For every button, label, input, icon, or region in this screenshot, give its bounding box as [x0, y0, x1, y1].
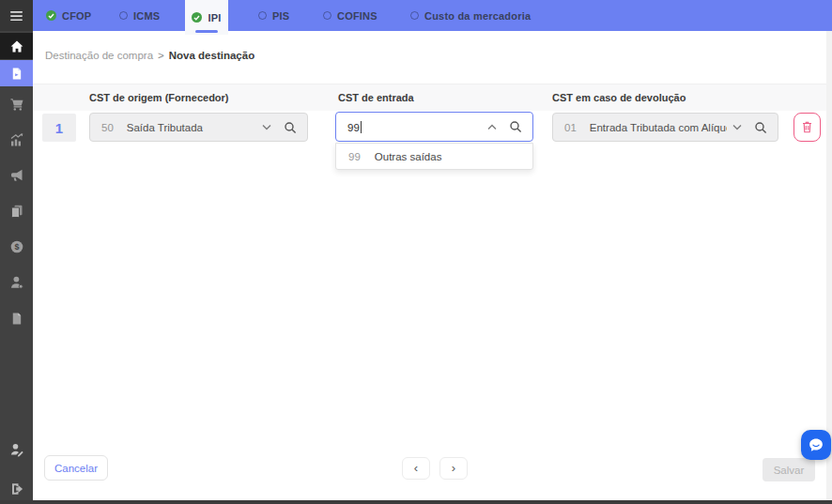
tab-cofins[interactable]: COFINS	[323, 0, 377, 31]
dropdown-option-99[interactable]: 99 Outras saídas	[336, 144, 532, 169]
active-tab-underline	[195, 30, 218, 33]
trash-icon	[801, 120, 813, 134]
cst-entrada-input[interactable]: 99	[335, 112, 533, 142]
text-caret	[361, 121, 362, 133]
save-button-disabled[interactable]: Salvar	[763, 458, 815, 481]
cst-devolucao-label: Entrada Tributada com Alíquota Ze	[590, 122, 727, 133]
chevron-down-icon	[732, 124, 742, 130]
sidebar-item-purchases[interactable]	[0, 91, 33, 117]
app-window: $	[0, 0, 832, 504]
tab-pis[interactable]: PIS	[258, 0, 289, 31]
chat-bubble-icon	[806, 435, 826, 455]
menu-icon	[8, 9, 24, 23]
radio-circle-icon	[410, 11, 419, 20]
column-label-cst-entrada: CST de entrada	[338, 92, 414, 103]
breadcrumb-current: Nova destinação	[169, 50, 254, 61]
svg-text:$: $	[14, 242, 19, 252]
cst-devolucao-code: 01	[564, 122, 577, 133]
search-icon[interactable]	[284, 121, 297, 134]
check-circle-icon	[46, 10, 56, 21]
breadcrumb-parent[interactable]: Destinação de compra	[45, 50, 153, 61]
user-icon	[9, 275, 24, 290]
cst-origem-label: Saída Tributada	[127, 122, 256, 133]
row-index-badge: 1	[42, 114, 76, 142]
cst-entrada-dropdown: 99 Outras saídas	[335, 143, 533, 170]
next-page-button[interactable]: ›	[439, 457, 468, 480]
sidebar: $	[0, 0, 33, 504]
sidebar-item-library[interactable]	[0, 198, 33, 224]
tab-label: Custo da mercadoria	[424, 10, 531, 22]
chat-launcher-button[interactable]	[801, 430, 831, 460]
tab-label: COFINS	[337, 10, 377, 22]
tab-cfop[interactable]: CFOP	[46, 0, 91, 31]
breadcrumb-separator: >	[158, 50, 164, 61]
tab-custo-da-mercadoria[interactable]: Custo da mercadoria	[410, 0, 531, 31]
sidebar-item-logout[interactable]	[0, 476, 33, 502]
delete-row-button[interactable]	[793, 113, 821, 142]
tab-icms[interactable]: ICMS	[119, 0, 160, 31]
tab-label: PIS	[272, 10, 289, 22]
megaphone-icon	[9, 168, 24, 183]
tax-tabs-bar: CFOP ICMS IPI PIS COFINS Custo da mercad…	[33, 0, 832, 31]
tab-ipi-active[interactable]: IPI	[185, 0, 228, 35]
column-label-cst-origem: CST de origem (Fornecedor)	[89, 92, 229, 103]
cst-entrada-value: 99	[347, 122, 360, 133]
window-bottom-edge	[0, 500, 832, 504]
sidebar-item-finance[interactable]: $	[0, 234, 33, 260]
sidebar-item-documents-active[interactable]	[0, 60, 33, 86]
sidebar-item-reports[interactable]	[0, 127, 33, 153]
cst-devolucao-select[interactable]: 01 Entrada Tributada com Alíquota Ze	[552, 113, 778, 142]
sidebar-item-announcements[interactable]	[0, 162, 33, 189]
column-header-band: CST de origem (Fornecedor) CST de entrad…	[33, 84, 826, 111]
tab-label: CFOP	[62, 10, 91, 22]
sidebar-item-notes[interactable]	[0, 305, 33, 331]
main-content: Destinação de compra>Nova destinação CST…	[33, 31, 832, 504]
sidebar-item-home[interactable]	[0, 33, 33, 59]
option-code: 99	[348, 151, 361, 162]
sidebar-item-clients[interactable]	[0, 269, 33, 296]
dollar-icon: $	[9, 239, 24, 254]
cst-origem-code: 50	[101, 122, 114, 133]
option-label: Outras saídas	[375, 151, 442, 162]
chart-icon	[9, 132, 24, 147]
search-icon[interactable]	[754, 121, 767, 134]
column-label-cst-devolucao: CST em caso de devolução	[552, 92, 686, 103]
tab-label: IPI	[208, 12, 221, 23]
document-add-icon	[9, 67, 23, 81]
cst-origem-select[interactable]: 50 Saída Tributada	[89, 113, 308, 142]
radio-circle-icon	[258, 11, 267, 20]
cancel-button[interactable]: Cancelar	[44, 455, 108, 481]
logout-icon	[9, 481, 24, 496]
user-edit-icon	[9, 442, 24, 457]
chevron-down-icon	[262, 124, 271, 130]
sidebar-item-profile[interactable]	[0, 436, 33, 463]
home-icon	[9, 39, 24, 53]
check-circle-icon	[192, 12, 202, 23]
cart-icon	[9, 97, 24, 112]
page-icon	[9, 312, 23, 326]
library-icon	[9, 204, 24, 219]
chevron-up-icon	[487, 124, 497, 130]
radio-circle-icon	[119, 11, 128, 20]
vertical-scrollbar[interactable]	[826, 31, 832, 500]
breadcrumb: Destinação de compra>Nova destinação	[45, 50, 254, 61]
tab-label: ICMS	[133, 10, 160, 22]
radio-circle-icon	[323, 11, 331, 20]
search-icon[interactable]	[509, 120, 522, 133]
prev-page-button[interactable]: ‹	[402, 457, 430, 480]
menu-button[interactable]	[0, 0, 33, 31]
